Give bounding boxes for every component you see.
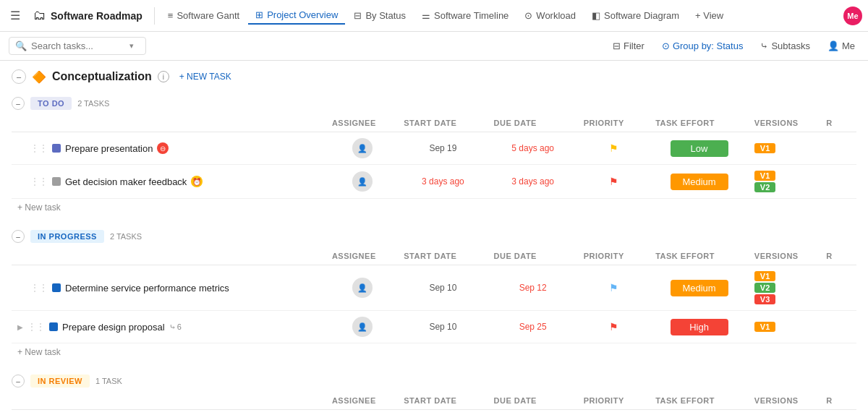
- me-button[interactable]: 👤 Me: [823, 38, 859, 54]
- subtasks-button[interactable]: ⤷ Subtasks: [756, 38, 814, 54]
- search-box[interactable]: 🔍 ▾: [9, 37, 146, 55]
- version-tag: V1: [754, 271, 775, 281]
- task-name-cell[interactable]: ▶ ⋮⋮ Prepare design proposal ⤷6: [12, 311, 326, 343]
- group-header-inprogress: – IN PROGRESS 2 TASKS: [12, 224, 856, 247]
- task-row[interactable]: ▶ ⋮⋮ Prepare design proposal ⤷6 👤 Sep 10…: [12, 311, 856, 343]
- versions-cell: V1V2: [749, 165, 820, 199]
- logo-icon: 🗂: [33, 8, 46, 23]
- nav-tab-timeline[interactable]: ⚌Software Timeline: [414, 7, 516, 24]
- assignee-cell: 👤: [326, 311, 398, 343]
- start-date-cell: Sep 10: [398, 265, 488, 311]
- drag-handle[interactable]: ⋮⋮: [30, 143, 48, 153]
- start-date-cell: Sep 19: [398, 132, 488, 165]
- tab-icon: ≡: [168, 10, 174, 21]
- tab-icon: ◧: [592, 10, 600, 21]
- top-nav: ☰ 🗂 Software Roadmap ≡Software Gantt⊞Pro…: [0, 0, 868, 32]
- clock-badge: ⏰: [191, 176, 203, 187]
- versions-cell: V1: [749, 311, 820, 343]
- drag-handle[interactable]: ⋮⋮: [27, 322, 45, 332]
- priority-flag: ⚑: [609, 142, 618, 154]
- status-badge-inreview: IN REVIEW: [30, 375, 90, 388]
- col-header-start: START DATE: [398, 247, 488, 265]
- search-input[interactable]: [31, 40, 125, 51]
- info-icon[interactable]: i: [158, 71, 169, 82]
- new-task-link[interactable]: + New task: [17, 347, 61, 357]
- priority-cell: ⚑: [578, 410, 650, 416]
- due-date-cell: 5 days ago: [488, 132, 578, 165]
- version-tag: V1: [754, 171, 775, 181]
- col-header-due: DUE DATE: [488, 247, 578, 265]
- col-header-r: R: [820, 392, 856, 410]
- col-header-assignee: ASSIGNEE: [326, 247, 398, 265]
- col-header-assignee: ASSIGNEE: [326, 114, 398, 132]
- drag-handle[interactable]: ⋮⋮: [30, 283, 48, 293]
- nav-tab-workload[interactable]: ⊙Workload: [517, 7, 583, 24]
- assignee-avatar: 👤: [352, 317, 373, 337]
- priority-cell: ⚑: [578, 311, 650, 343]
- task-color-dot: [52, 283, 61, 292]
- priority-flag: ⚑: [609, 176, 618, 187]
- task-name: Get decision maker feedback: [65, 176, 187, 187]
- col-header-effort: TASK EFFORT: [650, 114, 749, 132]
- tab-icon: ⊞: [255, 9, 263, 20]
- task-name-cell[interactable]: ⋮⋮ Determine service performance metrics: [12, 265, 326, 311]
- tab-label: Project Overview: [267, 9, 338, 20]
- new-task-row[interactable]: + New task: [12, 343, 856, 361]
- col-header-priority: PRIORITY: [578, 114, 650, 132]
- new-task-button[interactable]: + NEW TASK: [175, 70, 236, 83]
- start-date-cell: 3 days ago: [398, 165, 488, 199]
- group-by-button[interactable]: ⊙ Group by: Status: [658, 38, 748, 54]
- collapse-inreview[interactable]: –: [12, 375, 25, 388]
- col-header-versions: VERSIONS: [749, 247, 820, 265]
- assignee-cell: 👤: [326, 165, 398, 199]
- chevron-down-icon[interactable]: ▾: [129, 41, 134, 51]
- section-title: Conceptualization: [52, 70, 152, 83]
- task-row[interactable]: ⋮⋮ Determine service performance metrics…: [12, 265, 856, 311]
- nav-right: Me: [843, 7, 862, 25]
- tab-icon: ⊟: [354, 10, 362, 21]
- collapse-todo[interactable]: –: [12, 97, 25, 110]
- version-tag: V2: [754, 283, 775, 293]
- nav-tab-diagram[interactable]: ◧Software Diagram: [584, 7, 686, 24]
- effort-cell: High: [650, 311, 749, 343]
- task-name-cell[interactable]: ⋮⋮ Prepare presentation ⊖: [12, 132, 326, 165]
- new-task-row[interactable]: + New task: [12, 199, 856, 216]
- toolbar-right: ⊟ Filter ⊙ Group by: Status ⤷ Subtasks 👤…: [608, 38, 859, 54]
- new-task-link[interactable]: + New task: [17, 202, 61, 213]
- add-view-button[interactable]: + View: [689, 7, 729, 24]
- drag-handle[interactable]: ⋮⋮: [30, 176, 48, 187]
- collapse-inprogress[interactable]: –: [12, 230, 25, 243]
- r-cell: [820, 265, 856, 311]
- hamburger-icon[interactable]: ☰: [6, 6, 25, 25]
- col-header-effort: TASK EFFORT: [650, 247, 749, 265]
- task-name-cell[interactable]: ⋮⋮ Establish design alternatives: [12, 410, 326, 416]
- section-collapse-button[interactable]: –: [12, 69, 26, 84]
- filter-icon: ⊟: [613, 40, 621, 51]
- task-name: Prepare presentation: [65, 143, 153, 154]
- new-task-cell[interactable]: + New task: [12, 343, 856, 361]
- col-header-versions: VERSIONS: [749, 392, 820, 410]
- task-row[interactable]: ⋮⋮ Prepare presentation ⊖ 👤 Sep 19 5 day…: [12, 132, 856, 165]
- task-row[interactable]: ⋮⋮ Get decision maker feedback ⏰ 👤 3 day…: [12, 165, 856, 199]
- task-name-cell[interactable]: ⋮⋮ Get decision maker feedback ⏰: [12, 165, 326, 199]
- nav-tabs: ≡Software Gantt⊞Project Overview⊟By Stat…: [161, 7, 686, 25]
- section-icon: 🔶: [32, 70, 46, 84]
- app-title: Software Roadmap: [51, 10, 142, 22]
- nav-tab-status[interactable]: ⊟By Status: [346, 7, 413, 24]
- new-task-cell[interactable]: + New task: [12, 199, 856, 216]
- expand-icon[interactable]: ▶: [17, 323, 23, 331]
- task-row[interactable]: ⋮⋮ Establish design alternatives 👤 Sep 1…: [12, 410, 856, 416]
- due-date-cell: Sep 18: [488, 410, 578, 416]
- avatar[interactable]: Me: [843, 7, 862, 25]
- assignee-cell: 👤: [326, 265, 398, 311]
- nav-tab-overview[interactable]: ⊞Project Overview: [248, 7, 345, 25]
- priority-cell: ⚑: [578, 132, 650, 165]
- filter-button[interactable]: ⊟ Filter: [608, 38, 649, 54]
- nav-tab-gantt[interactable]: ≡Software Gantt: [161, 7, 247, 24]
- start-date-cell: Sep 10: [398, 311, 488, 343]
- priority-cell: ⚑: [578, 265, 650, 311]
- due-date-cell: Sep 12: [488, 265, 578, 311]
- subtasks-icon: ⤷: [760, 40, 768, 51]
- r-cell: [820, 410, 856, 416]
- section-header: – 🔶 Conceptualization i + NEW TASK: [12, 69, 856, 84]
